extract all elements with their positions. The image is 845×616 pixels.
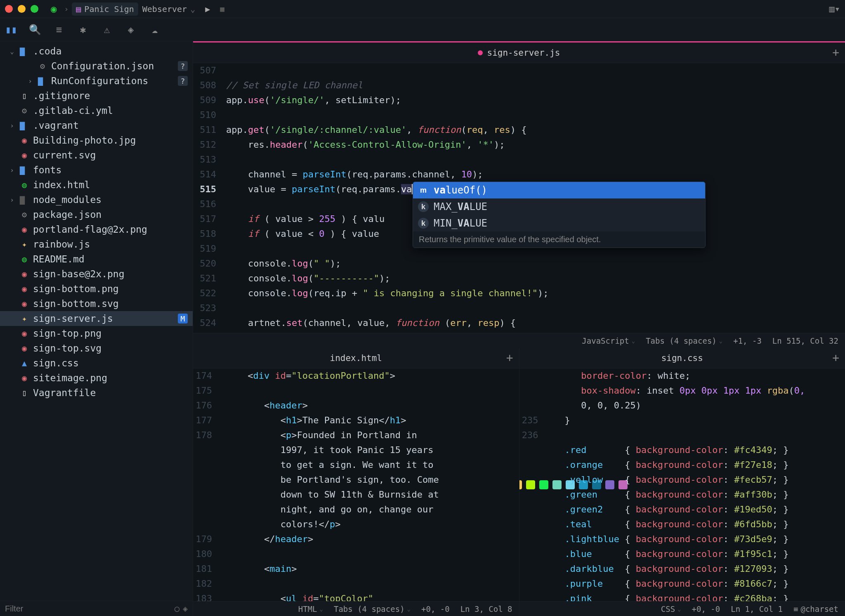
file-icon: ✦ [20,239,29,249]
tab-sign-css[interactable]: sign.css [661,353,703,363]
tree-item--gitignore[interactable]: ▯.gitignore [0,88,193,103]
gutter: 5075085095105115125135145155165175185195… [193,63,223,333]
tree-item-label: rainbow.js [33,239,90,250]
code-area[interactable]: <div id="locationPortland"> <header> <h1… [217,368,519,601]
tree-item-siteimage-png[interactable]: ◉siteimage.png [0,371,193,385]
filter-input[interactable] [5,604,171,614]
status-cursor: Ln 3, Col 8 [460,604,512,614]
status-indent[interactable]: Tabs (4 spaces)⌄ [646,336,722,345]
status-diff: +1, -3 [733,336,762,345]
tree-item-label: Configuration.json [51,61,154,71]
tree-item-sign-base-2x-png[interactable]: ◉sign-base@2x.png [0,267,193,281]
tree-item-vagrantfile[interactable]: ▯Vagrantfile [0,385,193,400]
tree-item-package-json[interactable]: ⚙package.json [0,207,193,222]
tree-item-label: .vagrant [33,120,79,131]
tree-item-portland-flag-2x-png[interactable]: ◉portland-flag@2x.png [0,222,193,237]
tree-item-badge: ? [178,61,188,71]
snippets-icon[interactable]: ✱ [77,24,89,35]
tree-item-label: sign-base@2x.png [33,269,125,279]
outline-icon[interactable]: ≡ [53,24,65,35]
autocomplete-hint: Returns the primitive value of the speci… [413,231,705,248]
tree-item-label: Vagrantfile [33,387,96,398]
tree-item-label: sign-top.svg [33,343,101,354]
chevron-right-icon: › [64,5,68,13]
tree-item-runconfigurations[interactable]: ›▇RunConfigurations? [0,73,193,88]
file-icon: ▯ [20,388,29,398]
minimize-window-button[interactable] [18,5,26,13]
tree-item--coda[interactable]: ⌄▇.coda [0,44,193,59]
tree-item-label: node_modules [33,194,101,205]
file-icon: ◍ [20,180,29,190]
tree-item-sign-bottom-png[interactable]: ◉sign-bottom.png [0,281,193,296]
status-cursor: Ln 515, Col 32 [772,336,838,345]
tree-item-label: package.json [33,209,101,220]
editor-pane-html: index.html + 174175176177178 17918018118… [193,348,519,616]
status-language[interactable]: HTML⌄ [298,604,323,614]
tree-item-label: .gitignore [33,90,90,101]
status-symbol[interactable]: ≡ @charset [793,604,838,614]
file-icon: ◉ [20,284,29,294]
status-indent[interactable]: Tabs (4 spaces)⌄ [334,604,411,614]
fullscreen-window-button[interactable] [31,5,38,13]
new-tab-button[interactable]: + [832,351,839,365]
tree-item-configuration-json[interactable]: ⚙Configuration.json? [0,59,193,73]
disclosure-icon: › [8,122,16,130]
files-tab-icon[interactable]: ▮▮ [5,24,17,35]
run-target-select[interactable]: Webserver⌄ [138,4,199,14]
autocomplete-item[interactable]: kMAX_VALUE [413,198,705,215]
autocomplete-kind-icon: k [418,218,429,229]
autocomplete-item[interactable]: kMIN_VALUE [413,215,705,231]
tree-item-sign-top-svg[interactable]: ◉sign-top.svg [0,341,193,356]
panels-layout-icon[interactable]: ▥▾ [829,4,840,14]
tree-item-label: sign-top.png [33,328,101,339]
tree-item-index-html[interactable]: ◍index.html [0,177,193,192]
tree-item-building-photo-jpg[interactable]: ◉Building-photo.jpg [0,133,193,148]
run-button[interactable]: ▶ [205,4,210,14]
editor-pane-css: sign.css + 235236 248 border-color: whit… [519,348,845,616]
tree-item--vagrant[interactable]: ›▇.vagrant [0,118,193,133]
scm-icon[interactable]: ◈ [125,24,137,35]
tree-item-readme-md[interactable]: ◍README.md [0,252,193,267]
project-crumb[interactable]: ▤Panic Sign [72,2,138,16]
filter-scope-icon[interactable]: ◈ [183,604,188,614]
file-icon: ◉ [20,373,29,383]
file-icon: ⚙ [20,106,29,116]
tree-item-node-modules[interactable]: ›▇node_modules [0,192,193,207]
color-swatch [526,480,535,489]
tree-item-sign-css[interactable]: ▲sign.css [0,356,193,371]
tree-item-label: Building-photo.jpg [33,135,136,146]
file-icon: ▯ [20,91,29,101]
tree-item-label: portland-flag@2x.png [33,224,147,235]
gutter: 174175176177178 179180181182183 [193,368,217,601]
file-icon: ◉ [20,135,29,145]
tree-item-sign-server-js[interactable]: ✦sign-server.jsM [0,311,193,326]
new-tab-button[interactable]: + [832,46,839,59]
status-language[interactable]: CSS⌄ [661,604,681,614]
tab-sign-server[interactable]: sign-server.js [478,48,560,58]
app-icon: ◉ [51,3,57,15]
tree-item--gitlab-ci-yml[interactable]: ⚙.gitlab-ci.yml [0,103,193,118]
tree-item-label: sign-bottom.png [33,283,119,294]
tree-item-rainbow-js[interactable]: ✦rainbow.js [0,237,193,252]
tree-item-label: current.svg [33,150,96,160]
stop-button[interactable]: ■ [220,5,224,13]
tree-item-sign-bottom-svg[interactable]: ◉sign-bottom.svg [0,296,193,311]
file-icon: ✦ [20,314,29,323]
disclosure-icon: › [8,166,16,174]
cloud-icon[interactable]: ☁ [149,24,161,35]
autocomplete-kind-icon: m [418,185,429,196]
tree-item-current-svg[interactable]: ◉current.svg [0,148,193,163]
close-window-button[interactable] [5,5,13,13]
code-area[interactable]: border-color: white; box-shadow: inset 0… [562,368,845,601]
autocomplete-item[interactable]: mvalueOf() [413,182,705,198]
status-language[interactable]: JavaScript⌄ [582,336,635,345]
new-tab-button[interactable]: + [506,351,513,365]
file-icon: ◉ [20,328,29,338]
folder-icon: ▇ [20,46,29,56]
tree-item-fonts[interactable]: ›▇fonts [0,163,193,177]
tab-index-html[interactable]: index.html [330,353,382,363]
filter-settings-icon[interactable]: ◯ [175,604,179,614]
tree-item-sign-top-png[interactable]: ◉sign-top.png [0,326,193,341]
issues-icon[interactable]: ⚠ [101,24,113,35]
search-icon[interactable]: 🔍 [29,24,41,35]
